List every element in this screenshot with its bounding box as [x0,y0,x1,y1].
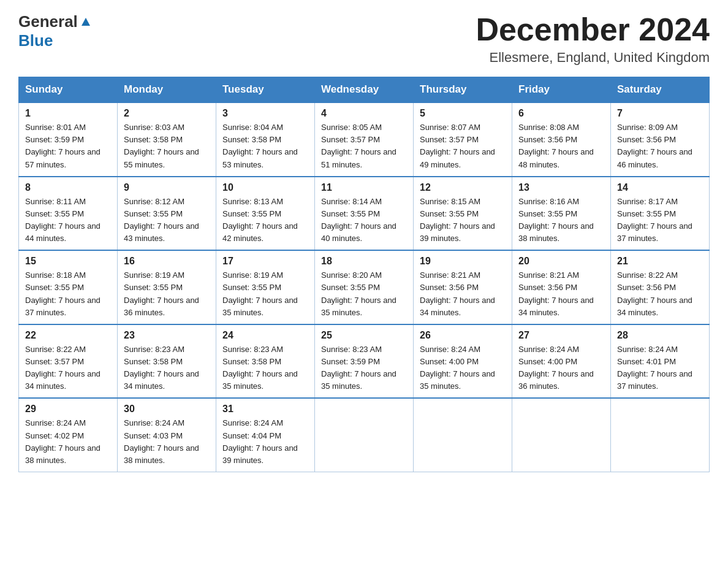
day-number: 30 [124,404,210,415]
table-row: 11 Sunrise: 8:14 AMSunset: 3:55 PMDaylig… [315,177,414,251]
table-row: 29 Sunrise: 8:24 AMSunset: 4:02 PMDaylig… [19,398,118,472]
day-number: 28 [617,330,703,341]
table-row: 13 Sunrise: 8:16 AMSunset: 3:55 PMDaylig… [512,177,611,251]
day-info: Sunrise: 8:21 AMSunset: 3:56 PMDaylight:… [420,270,495,316]
table-row: 10 Sunrise: 8:13 AMSunset: 3:55 PMDaylig… [216,177,315,251]
day-info: Sunrise: 8:24 AMSunset: 4:04 PMDaylight:… [222,418,298,464]
day-info: Sunrise: 8:16 AMSunset: 3:55 PMDaylight:… [518,197,594,243]
day-info: Sunrise: 8:08 AMSunset: 3:56 PMDaylight:… [518,123,594,169]
col-thursday: Thursday [414,77,512,103]
table-row: 21 Sunrise: 8:22 AMSunset: 3:56 PMDaylig… [611,250,710,324]
calendar-header-row: Sunday Monday Tuesday Wednesday Thursday… [19,77,710,103]
table-row: 16 Sunrise: 8:19 AMSunset: 3:55 PMDaylig… [118,250,216,324]
day-info: Sunrise: 8:13 AMSunset: 3:55 PMDaylight:… [222,197,298,243]
calendar-week-row: 1 Sunrise: 8:01 AMSunset: 3:59 PMDayligh… [19,102,710,177]
day-number: 18 [321,256,407,267]
day-number: 10 [222,182,308,193]
table-row: 28 Sunrise: 8:24 AMSunset: 4:01 PMDaylig… [611,324,710,399]
col-monday: Monday [118,77,216,103]
table-row [611,398,710,472]
title-area: December 2024 Ellesmere, England, United… [476,12,710,66]
day-info: Sunrise: 8:19 AMSunset: 3:55 PMDaylight:… [222,270,298,316]
col-friday: Friday [512,77,611,103]
table-row: 8 Sunrise: 8:11 AMSunset: 3:55 PMDayligh… [19,177,118,251]
table-row: 31 Sunrise: 8:24 AMSunset: 4:04 PMDaylig… [216,398,315,472]
day-number: 22 [25,330,111,341]
day-number: 31 [222,404,308,415]
day-info: Sunrise: 8:04 AMSunset: 3:58 PMDaylight:… [222,123,298,169]
table-row: 19 Sunrise: 8:21 AMSunset: 3:56 PMDaylig… [414,250,512,324]
day-info: Sunrise: 8:24 AMSunset: 4:00 PMDaylight:… [420,345,495,391]
table-row: 12 Sunrise: 8:15 AMSunset: 3:55 PMDaylig… [414,177,512,251]
day-number: 14 [617,182,703,193]
table-row: 23 Sunrise: 8:23 AMSunset: 3:58 PMDaylig… [118,324,216,399]
col-tuesday: Tuesday [216,77,315,103]
table-row: 30 Sunrise: 8:24 AMSunset: 4:03 PMDaylig… [118,398,216,472]
day-info: Sunrise: 8:01 AMSunset: 3:59 PMDaylight:… [25,123,100,169]
table-row: 7 Sunrise: 8:09 AMSunset: 3:56 PMDayligh… [611,102,710,177]
day-number: 5 [420,108,506,119]
day-number: 1 [25,108,111,119]
table-row [414,398,512,472]
day-number: 8 [25,182,111,193]
logo-triangle-icon [79,15,93,28]
day-number: 20 [518,256,604,267]
day-info: Sunrise: 8:20 AMSunset: 3:55 PMDaylight:… [321,270,396,316]
day-number: 17 [222,256,308,267]
day-number: 12 [420,182,506,193]
day-number: 24 [222,330,308,341]
day-info: Sunrise: 8:23 AMSunset: 3:59 PMDaylight:… [321,345,396,391]
table-row: 2 Sunrise: 8:03 AMSunset: 3:58 PMDayligh… [118,102,216,177]
day-info: Sunrise: 8:05 AMSunset: 3:57 PMDaylight:… [321,123,396,169]
day-info: Sunrise: 8:21 AMSunset: 3:56 PMDaylight:… [518,270,594,316]
table-row: 26 Sunrise: 8:24 AMSunset: 4:00 PMDaylig… [414,324,512,399]
day-number: 6 [518,108,604,119]
day-info: Sunrise: 8:23 AMSunset: 3:58 PMDaylight:… [222,345,298,391]
page-header: General Blue December 2024 Ellesmere, En… [18,12,710,66]
logo: General Blue [18,12,93,50]
col-wednesday: Wednesday [315,77,414,103]
table-row: 20 Sunrise: 8:21 AMSunset: 3:56 PMDaylig… [512,250,611,324]
day-info: Sunrise: 8:07 AMSunset: 3:57 PMDaylight:… [420,123,495,169]
day-info: Sunrise: 8:15 AMSunset: 3:55 PMDaylight:… [420,197,495,243]
day-info: Sunrise: 8:24 AMSunset: 4:02 PMDaylight:… [25,418,100,464]
table-row: 6 Sunrise: 8:08 AMSunset: 3:56 PMDayligh… [512,102,611,177]
day-info: Sunrise: 8:14 AMSunset: 3:55 PMDaylight:… [321,197,396,243]
day-number: 23 [124,330,210,341]
day-number: 21 [617,256,703,267]
table-row: 1 Sunrise: 8:01 AMSunset: 3:59 PMDayligh… [19,102,118,177]
day-number: 3 [222,108,308,119]
day-number: 9 [124,182,210,193]
day-number: 15 [25,256,111,267]
day-number: 4 [321,108,407,119]
day-number: 27 [518,330,604,341]
day-number: 26 [420,330,506,341]
table-row: 24 Sunrise: 8:23 AMSunset: 3:58 PMDaylig… [216,324,315,399]
day-number: 2 [124,108,210,119]
table-row: 18 Sunrise: 8:20 AMSunset: 3:55 PMDaylig… [315,250,414,324]
day-info: Sunrise: 8:22 AMSunset: 3:56 PMDaylight:… [617,270,692,316]
calendar-week-row: 29 Sunrise: 8:24 AMSunset: 4:02 PMDaylig… [19,398,710,472]
page-title: December 2024 [476,12,710,47]
day-info: Sunrise: 8:19 AMSunset: 3:55 PMDaylight:… [124,270,199,316]
day-number: 25 [321,330,407,341]
svg-marker-0 [82,18,90,26]
day-info: Sunrise: 8:24 AMSunset: 4:00 PMDaylight:… [518,345,594,391]
table-row: 17 Sunrise: 8:19 AMSunset: 3:55 PMDaylig… [216,250,315,324]
day-info: Sunrise: 8:22 AMSunset: 3:57 PMDaylight:… [25,345,100,391]
page-subtitle: Ellesmere, England, United Kingdom [476,50,710,66]
table-row: 9 Sunrise: 8:12 AMSunset: 3:55 PMDayligh… [118,177,216,251]
day-info: Sunrise: 8:18 AMSunset: 3:55 PMDaylight:… [25,270,100,316]
day-number: 13 [518,182,604,193]
day-info: Sunrise: 8:11 AMSunset: 3:55 PMDaylight:… [25,197,100,243]
table-row: 15 Sunrise: 8:18 AMSunset: 3:55 PMDaylig… [19,250,118,324]
logo-blue-text: Blue [18,31,53,50]
col-sunday: Sunday [19,77,118,103]
day-info: Sunrise: 8:24 AMSunset: 4:03 PMDaylight:… [124,418,199,464]
day-info: Sunrise: 8:24 AMSunset: 4:01 PMDaylight:… [617,345,692,391]
day-info: Sunrise: 8:12 AMSunset: 3:55 PMDaylight:… [124,197,199,243]
day-info: Sunrise: 8:03 AMSunset: 3:58 PMDaylight:… [124,123,199,169]
table-row [315,398,414,472]
calendar-week-row: 22 Sunrise: 8:22 AMSunset: 3:57 PMDaylig… [19,324,710,399]
day-info: Sunrise: 8:23 AMSunset: 3:58 PMDaylight:… [124,345,199,391]
